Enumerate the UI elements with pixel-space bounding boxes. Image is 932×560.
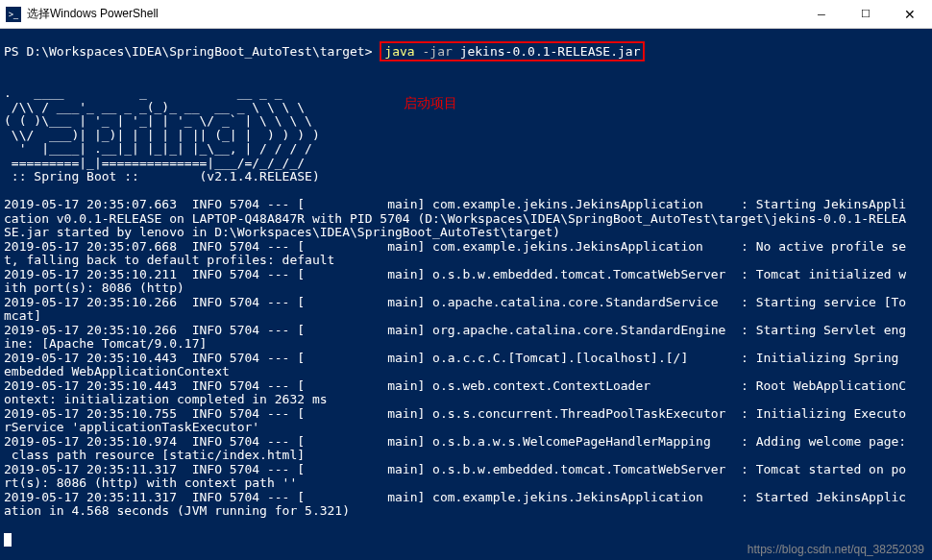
log-line: class path resource [static/index.html] <box>4 448 305 462</box>
prompt-line: PS D:\Workspaces\IDEA\SpringBoot_AutoTes… <box>4 41 645 61</box>
log-line: rt(s): 8086 (http) with context path '' <box>4 475 297 490</box>
minimize-button[interactable]: ─ <box>799 0 844 29</box>
log-line: ontext: initialization completed in 2632… <box>4 392 328 406</box>
close-button[interactable]: ✕ <box>888 0 932 29</box>
spring-ascii-art: . ____ _ __ _ _ /\\ / ___'_ __ _ _(_)_ _… <box>4 85 320 170</box>
log-line: cation v0.0.1-RELEASE on LAPTOP-Q48A847R… <box>4 211 906 226</box>
log-line: 2019-05-17 20:35:10.266 INFO 5704 --- [ … <box>4 295 906 309</box>
log-line: 2019-05-17 20:35:10.443 INFO 5704 --- [ … <box>4 351 898 365</box>
log-line: mcat] <box>4 308 41 323</box>
log-line: 2019-05-17 20:35:11.317 INFO 5704 --- [ … <box>4 462 906 476</box>
powershell-icon: >_ <box>6 7 21 22</box>
command-highlight-box: java -jar jekins-0.0.1-RELEASE.jar <box>380 41 645 61</box>
log-line: t, falling back to default profiles: def… <box>4 253 334 267</box>
log-line: ine: [Apache Tomcat/9.0.17] <box>4 336 207 351</box>
cursor <box>4 533 12 547</box>
cmd-flag: -jar <box>422 44 459 59</box>
cmd-java: java <box>384 44 422 59</box>
log-line: SE.jar started by lenovo in D:\Workspace… <box>4 225 560 239</box>
spring-boot-version: :: Spring Boot :: (v2.1.4.RELEASE) <box>4 169 320 183</box>
log-line: 2019-05-17 20:35:10.443 INFO 5704 --- [ … <box>4 378 906 393</box>
window-controls: ─ ☐ ✕ <box>799 0 932 29</box>
maximize-button[interactable]: ☐ <box>844 0 888 29</box>
log-line: 2019-05-17 20:35:07.668 INFO 5704 --- [ … <box>4 239 906 254</box>
log-line: 2019-05-17 20:35:10.211 INFO 5704 --- [ … <box>4 267 906 281</box>
log-line: 2019-05-17 20:35:11.317 INFO 5704 --- [ … <box>4 490 906 504</box>
cmd-arg: jekins-0.0.1-RELEASE.jar <box>460 44 641 59</box>
log-line: 2019-05-17 20:35:10.755 INFO 5704 --- [ … <box>4 406 906 421</box>
log-line: 2019-05-17 20:35:07.663 INFO 5704 --- [ … <box>4 197 906 211</box>
watermark: https://blog.csdn.net/qq_38252039 <box>748 543 924 557</box>
window-titlebar: >_ 选择Windows PowerShell ─ ☐ ✕ <box>0 0 932 29</box>
titlebar-left: >_ 选择Windows PowerShell <box>0 6 159 22</box>
log-output: 2019-05-17 20:35:07.663 INFO 5704 --- [ … <box>4 198 928 519</box>
log-line: ation in 4.568 seconds (JVM running for … <box>4 503 350 518</box>
log-line: 2019-05-17 20:35:10.266 INFO 5704 --- [ … <box>4 323 906 337</box>
log-line: 2019-05-17 20:35:10.974 INFO 5704 --- [ … <box>4 434 906 449</box>
log-line: ith port(s): 8086 (http) <box>4 280 184 295</box>
prompt-path: PS D:\Workspaces\IDEA\SpringBoot_AutoTes… <box>4 44 380 59</box>
window-title: 选择Windows PowerShell <box>27 6 159 22</box>
log-line: rService 'applicationTaskExecutor' <box>4 420 259 434</box>
annotation-label: 启动项目 <box>404 96 457 110</box>
terminal-body[interactable]: PS D:\Workspaces\IDEA\SpringBoot_AutoTes… <box>0 29 932 560</box>
log-line: embedded WebApplicationContext <box>4 364 230 378</box>
